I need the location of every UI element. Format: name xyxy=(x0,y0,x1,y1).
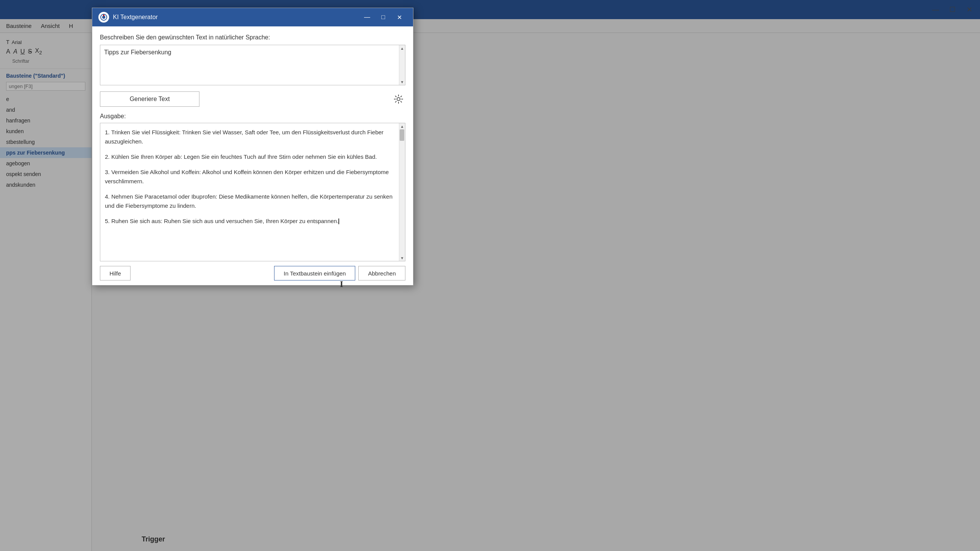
dialog-maximize-button[interactable]: □ xyxy=(376,11,391,23)
ki-textgenerator-dialog: KI Textgenerator — □ ✕ Beschreiben Sie d… xyxy=(92,8,413,285)
output-label: Ausgabe: xyxy=(100,113,405,120)
svg-point-3 xyxy=(397,98,400,101)
output-area[interactable]: 1. Trinken Sie viel Flüssigkeit: Trinken… xyxy=(100,123,405,261)
description-input[interactable] xyxy=(100,45,405,83)
svg-point-2 xyxy=(103,15,105,16)
dialog-close-button[interactable]: ✕ xyxy=(392,11,407,23)
input-scroll-track[interactable] xyxy=(399,51,405,79)
dialog-footer: Hilfe In Textbaustein einfügen Abbrechen xyxy=(92,261,413,285)
dialog-logo xyxy=(98,12,109,23)
help-button[interactable]: Hilfe xyxy=(100,266,131,280)
output-scroll-up[interactable]: ▲ xyxy=(399,123,405,129)
output-scroll-down[interactable]: ▼ xyxy=(399,255,405,261)
logo-icon xyxy=(100,14,107,21)
cancel-button[interactable]: Abbrechen xyxy=(358,266,405,280)
output-container: 1. Trinken Sie viel Flüssigkeit: Trinken… xyxy=(100,123,405,261)
dialog-content: Beschreiben Sie den gewünschten Text in … xyxy=(92,26,413,261)
insert-button[interactable]: In Textbaustein einfügen xyxy=(274,266,355,280)
dialog-titlebar: KI Textgenerator — □ ✕ xyxy=(92,8,413,26)
svg-point-1 xyxy=(102,16,105,19)
dialog-minimize-button[interactable]: — xyxy=(359,11,375,23)
generate-row: Generiere Text xyxy=(100,91,405,107)
input-scroll-down[interactable]: ▼ xyxy=(399,79,405,85)
description-label: Beschreiben Sie den gewünschten Text in … xyxy=(100,34,405,41)
gear-icon xyxy=(394,94,403,104)
output-scroll-thumb xyxy=(400,129,404,141)
output-scrollbar[interactable]: ▲ ▼ xyxy=(399,123,405,261)
dialog-win-controls: — □ ✕ xyxy=(359,11,407,23)
settings-icon[interactable] xyxy=(392,92,405,106)
input-scrollbar[interactable]: ▲ ▼ xyxy=(399,45,405,85)
generate-button[interactable]: Generiere Text xyxy=(100,91,199,107)
input-scroll-up[interactable]: ▲ xyxy=(399,45,405,51)
dialog-title: KI Textgenerator xyxy=(113,14,359,21)
input-area-container: ▲ ▼ xyxy=(100,45,405,85)
output-scroll-track[interactable] xyxy=(399,129,405,255)
